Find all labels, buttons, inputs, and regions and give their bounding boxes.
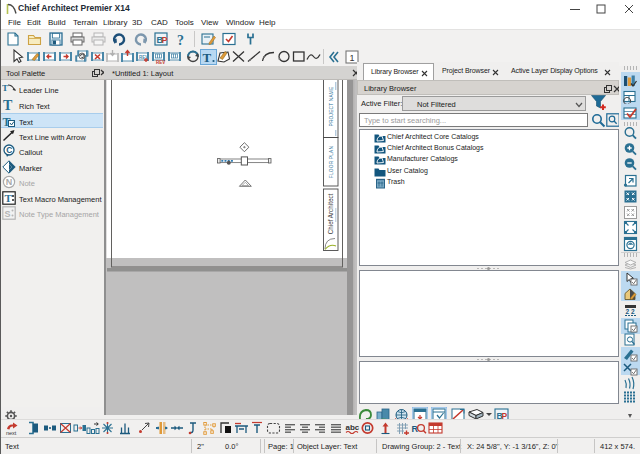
svg-text:next: next [6,430,17,436]
svg-text:P: P [162,35,168,45]
svg-text:C: C [6,145,12,155]
svg-text:N: N [6,177,13,187]
svg-text:REV: REV [139,55,148,60]
svg-text:T: T [203,50,212,65]
svg-text:T: T [3,98,13,112]
svg-text:?: ? [177,33,184,47]
svg-text:PROJECT NAME: PROJECT NAME [329,87,334,127]
svg-text:1: 1 [350,53,355,63]
svg-text:S: S [5,209,11,219]
svg-text:REV: REV [156,60,165,65]
svg-text:T: T [2,83,8,93]
svg-text:2 2: 2 2 [626,308,635,315]
svg-text:T: T [5,192,13,204]
svg-text:Chief Architect: Chief Architect [327,193,334,234]
svg-text:abc: abc [346,423,360,432]
svg-text:FLOOR PLAN: FLOOR PLAN [329,145,334,178]
